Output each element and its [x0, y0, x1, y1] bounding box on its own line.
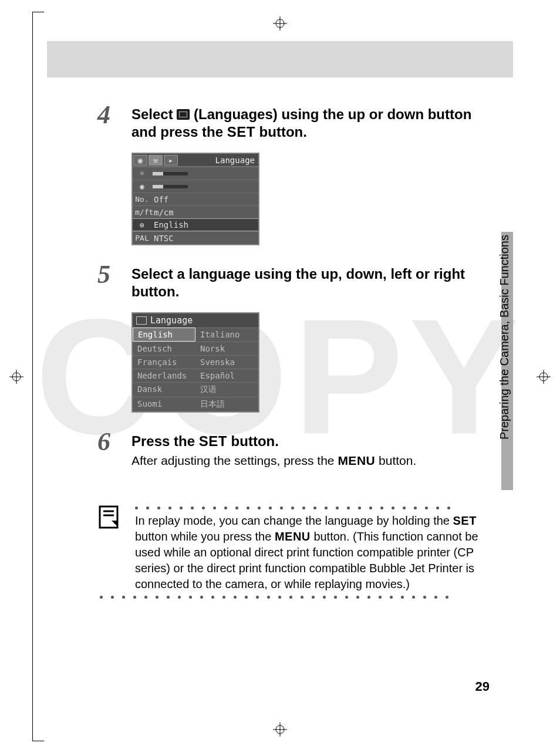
crop-line: [32, 12, 33, 741]
text: button.: [259, 124, 307, 140]
registration-mark-icon: [9, 370, 23, 384]
text: button while you press the: [135, 530, 275, 543]
registration-mark-icon: [273, 722, 287, 737]
crop-mark-icon: [32, 730, 44, 741]
note-icon: [97, 505, 120, 529]
menu-row: PAL NTSC: [133, 231, 258, 244]
menu-title: Language: [215, 156, 258, 165]
registration-mark-icon: [537, 370, 551, 384]
language-option: Dansk: [133, 382, 195, 397]
step-title: Select a language using the up, down, le…: [131, 265, 490, 300]
text: button.: [379, 454, 416, 467]
header-band: [47, 41, 513, 77]
svg-rect-12: [100, 506, 117, 528]
menu-tab-bar: ◉ ⚒ ▸ Language: [133, 154, 258, 167]
step-title: Select (Languages) using the up or down …: [131, 106, 490, 141]
language-option: Español: [195, 369, 258, 382]
language-option: Italiano: [195, 327, 258, 342]
dotted-divider-icon: [100, 596, 490, 599]
units-icon: m/ft: [135, 208, 149, 217]
text: After adjusting the settings, press the: [131, 454, 338, 467]
brightness-icon: ☼: [135, 169, 149, 178]
menu-value: Off: [149, 195, 168, 204]
step-number: 4: [97, 100, 110, 130]
language-option: Deutsch: [133, 342, 195, 355]
step-4: 4 Select (Languages) using the up or dow…: [100, 106, 490, 245]
menu-value: NTSC: [149, 234, 174, 243]
language-option: Suomi: [133, 397, 195, 411]
crop-mark-icon: [32, 12, 44, 23]
tab-playback-icon: ▸: [164, 155, 178, 166]
text: In replay mode, you can change the langu…: [135, 514, 453, 527]
menu-button-label: MENU: [338, 454, 375, 467]
tab-setup-icon: ⚒: [149, 155, 163, 166]
section-tab-label: Preparing the Camera, Basic Functions: [498, 235, 511, 440]
registration-mark-icon: [273, 16, 287, 31]
menu-row: ☼: [133, 167, 258, 180]
video-system-icon: PAL: [135, 234, 149, 242]
step-number: 5: [97, 259, 110, 289]
set-button-label: SET: [227, 124, 255, 140]
language-option: 汉语: [195, 382, 258, 397]
level-bar: [153, 185, 188, 188]
language-icon: ⊜: [135, 221, 149, 229]
step-body: After adjusting the settings, press the …: [131, 454, 490, 468]
set-button-label: SET: [453, 514, 477, 527]
language-option: Svenska: [195, 355, 258, 369]
menu-button-label: MENU: [275, 530, 311, 543]
language-option: Nederlands: [133, 369, 195, 382]
page-number: 29: [475, 679, 490, 694]
menu-title: Language: [150, 315, 193, 326]
language-menu-icon: [136, 316, 147, 325]
set-button-label: SET: [199, 433, 227, 449]
text: Press the: [131, 433, 199, 449]
level-bar: [153, 172, 188, 175]
language-option: Français: [133, 355, 195, 369]
volume-icon: ◉: [135, 182, 149, 191]
language-option: 日本語: [195, 397, 258, 411]
menu-row-highlighted: ⊜ English: [133, 218, 258, 231]
tab-camera-icon: ◉: [133, 155, 147, 166]
step-6: 6 Press the SET button. After adjusting …: [100, 433, 490, 468]
step-title: Press the SET button.: [131, 433, 490, 450]
text: Select: [131, 106, 177, 122]
note-text: In replay mode, you can change the langu…: [135, 513, 490, 592]
menu-value: English: [149, 220, 188, 229]
step-number: 6: [97, 427, 110, 457]
menu-row: No. Off: [133, 193, 258, 205]
dotted-divider-icon: [135, 506, 490, 509]
language-grid: English Italiano Deutsch Norsk Français …: [133, 327, 258, 411]
step-5: 5 Select a language using the up, down, …: [100, 265, 490, 413]
svg-marker-15: [112, 521, 117, 526]
language-option: Norsk: [195, 342, 258, 355]
menu-row: m/ft m/cm: [133, 205, 258, 218]
menu-header: Language: [133, 313, 258, 327]
menu-row: ◉: [133, 180, 258, 193]
note-box: In replay mode, you can change the langu…: [100, 491, 490, 614]
page-content: 4 Select (Languages) using the up or dow…: [100, 106, 490, 614]
settings-menu-screenshot: ◉ ⚒ ▸ Language ☼ ◉ No. Off m/ft m/cm: [131, 153, 259, 245]
language-menu-icon: [177, 109, 190, 120]
file-number-icon: No.: [135, 195, 149, 204]
menu-value: m/cm: [149, 208, 174, 217]
text: button.: [231, 433, 279, 449]
language-option-selected: English: [133, 327, 195, 342]
language-menu-screenshot: Language English Italiano Deutsch Norsk …: [131, 312, 259, 413]
